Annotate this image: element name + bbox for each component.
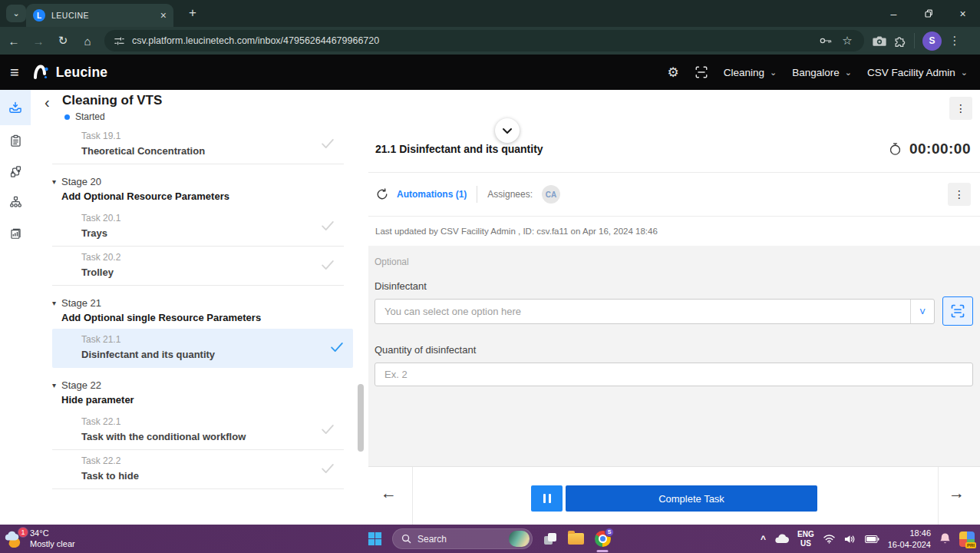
task-number: Task 22.1	[81, 416, 319, 427]
tab-close-icon[interactable]: ×	[160, 10, 167, 21]
quantity-field-label: Quantity of disinfectant	[375, 344, 973, 356]
task-number: Task 20.1	[81, 213, 319, 224]
task-detail-title: 21.1 Disinfectant and its quantity	[375, 143, 888, 155]
task-row[interactable]: Task 20.2 Trolley	[52, 247, 344, 286]
sidebar-item-workflows[interactable]	[0, 156, 31, 187]
stage-row[interactable]: ▾ Stage 22 Hide parameter	[52, 379, 344, 406]
volume-icon[interactable]	[844, 534, 856, 545]
browser-profile-avatar[interactable]: S	[922, 31, 942, 51]
select-chevron-icon[interactable]: ˅	[911, 306, 934, 318]
tab-title: LEUCINE	[51, 11, 154, 20]
pause-task-button[interactable]	[531, 485, 563, 512]
taskbar-weather-widget[interactable]: 1 34°C Mostly clear	[5, 528, 75, 550]
clock-date: 16-04-2024	[888, 539, 931, 550]
scanner-icon[interactable]	[695, 65, 708, 79]
back-chevron-icon[interactable]: ‹	[45, 94, 50, 111]
onedrive-cloud-icon[interactable]	[774, 534, 789, 544]
complete-task-button[interactable]: Complete Task	[566, 485, 817, 512]
chevron-down-icon: ⌄	[770, 68, 777, 78]
close-window-button[interactable]: ×	[945, 0, 980, 27]
settings-gear-icon[interactable]: ⚙	[667, 65, 678, 81]
task-view-button[interactable]	[543, 531, 558, 547]
user-role-label: CSV Facility Admin	[867, 67, 955, 78]
language-indicator[interactable]: ENG US	[797, 530, 814, 548]
restore-button[interactable]	[911, 0, 945, 27]
back-button[interactable]: ←	[3, 30, 25, 51]
task-view-icon	[543, 531, 558, 547]
previous-task-button[interactable]: ←	[381, 484, 397, 502]
search-daily-image	[509, 531, 530, 547]
stage-collapse-triangle-icon[interactable]: ▾	[52, 379, 56, 406]
stage-collapse-triangle-icon[interactable]: ▾	[52, 176, 56, 202]
disinfectant-select[interactable]: ˅	[375, 299, 935, 324]
forward-button[interactable]: →	[28, 30, 49, 51]
automations-link[interactable]: Automations (1)	[397, 189, 467, 200]
file-explorer-button[interactable]	[568, 533, 584, 545]
collapse-panel-button[interactable]	[495, 118, 520, 143]
minimize-button[interactable]: –	[876, 0, 911, 27]
taskbar-clock[interactable]: 18:46 16-04-2024	[888, 528, 931, 550]
task-more-options-button[interactable]: ⋮	[948, 183, 971, 206]
task-detail-header: 21.1 Disinfectant and its quantity 00:00…	[368, 125, 980, 173]
task-row[interactable]: Task 22.1 Task with the conditional work…	[52, 411, 344, 450]
task-row[interactable]: Task 22.2 Task to hide	[52, 450, 344, 489]
task-texts: Task 21.1 Disinfectant and its quantity	[81, 334, 328, 360]
use-case-dropdown[interactable]: Cleaning ⌄	[724, 67, 777, 78]
job-status: Started	[64, 111, 105, 122]
site-settings-icon[interactable]	[114, 35, 125, 47]
task-row[interactable]: Task 20.1 Trays	[52, 207, 344, 247]
bookmark-star-icon[interactable]: ☆	[840, 30, 855, 51]
browser-tab[interactable]: L LEUCINE ×	[26, 4, 173, 27]
password-key-icon[interactable]	[819, 35, 833, 47]
sidebar-rail	[0, 90, 31, 525]
tab-search-button[interactable]: ⌄	[6, 5, 26, 22]
chrome-app-button[interactable]: S	[594, 531, 611, 548]
toolbar-divider	[914, 33, 915, 48]
stage-row[interactable]: ▾ Stage 21 Add Optional single Resource …	[52, 297, 344, 323]
sidebar-item-reports[interactable]	[0, 217, 31, 248]
hamburger-menu-icon[interactable]: ≡	[10, 64, 19, 81]
task-name: Task with the conditional workflow	[81, 431, 319, 442]
reload-button[interactable]: ↻	[52, 30, 74, 51]
new-tab-button[interactable]: +	[183, 4, 203, 22]
search-placeholder: Search	[417, 534, 503, 545]
next-task-button[interactable]: →	[949, 484, 965, 502]
url-text[interactable]: csv.platform.leucinetech.com/inbox/47956…	[132, 35, 812, 46]
windows-logo-icon	[368, 531, 382, 546]
task-name: Theoretical Concentration	[81, 145, 319, 157]
chevron-down-icon: ⌄	[845, 68, 852, 78]
wifi-icon[interactable]	[823, 534, 836, 544]
browser-menu-icon[interactable]: ⋮	[946, 34, 963, 48]
sidebar-item-inbox[interactable]	[0, 90, 31, 125]
extensions-puzzle-icon[interactable]	[892, 34, 906, 48]
sidebar-item-hierarchy[interactable]	[0, 187, 31, 217]
notification-bell-icon[interactable]	[939, 532, 951, 545]
stage-row[interactable]: ▾ Stage 20 Add Optional Resource Paramet…	[52, 176, 344, 202]
check-icon	[319, 217, 336, 234]
task-number: Task 21.1	[81, 334, 328, 345]
weather-condition: Mostly clear	[30, 539, 75, 550]
home-button[interactable]: ⌂	[77, 30, 98, 51]
battery-icon[interactable]	[865, 535, 879, 544]
address-bar[interactable]: csv.platform.leucinetech.com/inbox/47956…	[104, 30, 864, 51]
task-row[interactable]: Task 19.1 Theoretical Concentration	[52, 125, 344, 164]
hidden-icons-chevron[interactable]: ^	[761, 534, 766, 545]
disinfectant-select-input[interactable]	[375, 300, 910, 323]
start-button[interactable]	[368, 531, 382, 546]
user-role-dropdown[interactable]: CSV Facility Admin ⌄	[867, 67, 968, 78]
quantity-input[interactable]	[375, 363, 973, 386]
sidebar-item-checklists[interactable]	[0, 125, 31, 156]
stage-collapse-triangle-icon[interactable]: ▾	[52, 297, 56, 323]
page-more-options-button[interactable]: ⋮	[949, 97, 972, 120]
task-row[interactable]: Task 21.1 Disinfectant and its quantity	[52, 329, 353, 368]
pinned-app-icon[interactable]: PRI	[959, 531, 975, 547]
assignee-avatar[interactable]: CA	[542, 185, 560, 204]
scan-resource-button[interactable]	[942, 296, 973, 326]
chevron-down-icon	[502, 127, 513, 134]
screen-capture-icon[interactable]	[872, 35, 887, 48]
task-list-scrollbar[interactable]	[358, 384, 364, 452]
stage-number: Stage 20	[61, 176, 229, 187]
app-header-right: ⚙ Cleaning ⌄ Bangalore ⌄ CSV Facility Ad…	[667, 65, 968, 81]
facility-dropdown[interactable]: Bangalore ⌄	[792, 67, 852, 78]
taskbar-search-box[interactable]: Search	[392, 528, 533, 549]
